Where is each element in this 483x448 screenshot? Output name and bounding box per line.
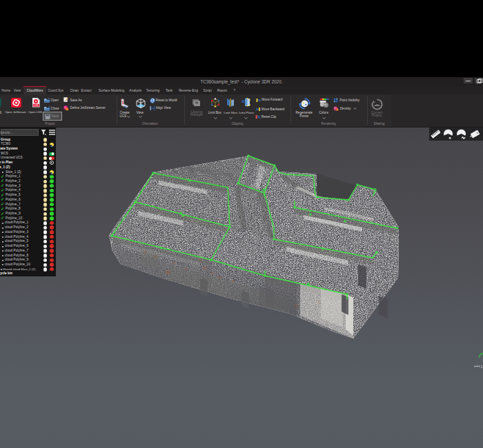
svg-text:1: 1 [481,365,483,369]
svg-text:LGS: LGS [34,104,38,107]
